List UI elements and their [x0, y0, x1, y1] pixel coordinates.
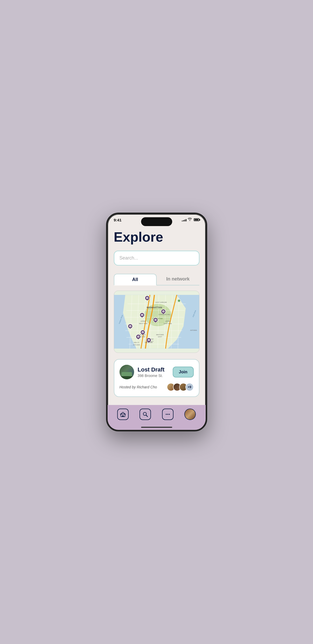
svg-text:EAST: EAST	[158, 336, 162, 338]
messages-icon[interactable]	[162, 409, 173, 420]
svg-point-44	[142, 315, 142, 316]
svg-point-52	[155, 320, 156, 320]
nav-item-profile[interactable]	[184, 409, 196, 420]
signal-bar-4	[186, 219, 186, 221]
svg-text:ASTORIA: ASTORIA	[190, 330, 197, 331]
nav-item-home[interactable]	[117, 409, 129, 420]
search-icon-svg	[142, 411, 148, 417]
attendees-list: +9	[167, 383, 194, 391]
search-input[interactable]: Search...	[120, 255, 194, 261]
svg-text:UPPER: UPPER	[165, 320, 170, 322]
signal-bars-icon	[182, 218, 186, 221]
home-icon-svg	[120, 411, 126, 417]
svg-text:KITCHEN: KITCHEN	[133, 344, 140, 346]
dynamic-island	[141, 217, 172, 226]
search-nav-icon[interactable]	[140, 409, 151, 420]
home-icon[interactable]	[117, 409, 129, 420]
map-container[interactable]: MANHATTAN UPPER WEST SIDE UPPER EAST SID…	[114, 291, 199, 353]
hosted-by: Hosted by Richard Cho	[120, 385, 157, 389]
svg-point-56	[130, 326, 130, 327]
tab-in-network[interactable]: In network	[157, 274, 199, 285]
status-icons	[182, 218, 199, 222]
svg-text:EAST SIDE: EAST SIDE	[164, 323, 172, 324]
svg-point-60	[142, 332, 143, 333]
nav-item-messages[interactable]	[162, 409, 173, 420]
venue-address: 398 Broome St.	[138, 374, 169, 378]
svg-point-64	[148, 340, 149, 340]
svg-point-68	[138, 336, 138, 337]
svg-text:HELL'S: HELL'S	[134, 342, 139, 343]
venue-header: Lost Draft 398 Broome St. Join	[120, 365, 194, 379]
signal-bar-3	[184, 220, 185, 221]
nav-item-search[interactable]	[140, 409, 151, 420]
page-title: Explore	[114, 230, 199, 244]
phone-frame: 9:41 Explore	[106, 213, 207, 431]
svg-point-71	[178, 300, 179, 301]
battery-icon	[194, 218, 199, 221]
search-bar[interactable]: Search...	[114, 251, 199, 265]
bottom-nav	[108, 405, 206, 430]
home-indicator	[141, 427, 172, 428]
tab-all[interactable]: All	[114, 274, 157, 285]
messages-icon-svg	[165, 411, 171, 417]
svg-point-76	[166, 414, 167, 415]
svg-line-75	[146, 415, 148, 417]
svg-text:EAST HARLEM: EAST HARLEM	[156, 302, 166, 303]
svg-text:MIDTOWN: MIDTOWN	[156, 334, 164, 335]
signal-bar-2	[183, 220, 184, 221]
svg-text:CARNEGIE HILL: CARNEGIE HILL	[158, 314, 171, 315]
svg-point-40	[147, 298, 148, 298]
wifi-icon	[188, 218, 192, 222]
venue-name: Lost Draft	[138, 366, 169, 373]
status-time: 9:41	[114, 218, 122, 222]
tabs-container: All In network	[114, 274, 199, 285]
profile-avatar-image	[185, 409, 195, 419]
svg-point-78	[169, 414, 170, 415]
venue-info: Lost Draft 398 Broome St.	[138, 366, 169, 378]
svg-text:WEST SIDE: WEST SIDE	[139, 323, 147, 324]
join-button[interactable]: Join	[173, 367, 194, 377]
svg-text:MANHATTAN: MANHATTAN	[147, 306, 162, 309]
svg-rect-73	[122, 415, 124, 417]
signal-bar-1	[182, 221, 183, 221]
attendee-count: +9	[185, 383, 194, 391]
screen-content[interactable]: Explore Search... All In network	[108, 214, 206, 430]
venue-avatar-image	[120, 365, 134, 379]
map-svg: MANHATTAN UPPER WEST SIDE UPPER EAST SID…	[114, 291, 199, 353]
svg-point-77	[167, 414, 168, 415]
venue-footer: Hosted by Richard Cho +9	[120, 383, 194, 391]
svg-text:UPPER: UPPER	[140, 320, 146, 322]
svg-point-48	[163, 311, 164, 312]
venue-card: Lost Draft 398 Broome St. Join Hosted by…	[114, 359, 199, 397]
profile-avatar[interactable]	[184, 409, 196, 420]
venue-avatar	[120, 365, 134, 379]
